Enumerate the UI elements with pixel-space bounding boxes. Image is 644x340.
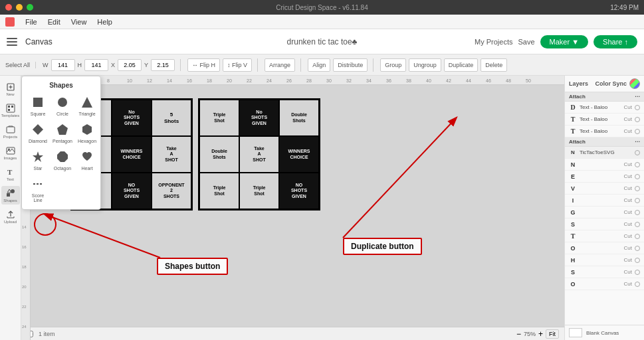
save-button[interactable]: Save (518, 38, 534, 46)
sidebar-item-shapes[interactable]: Shapes (1, 186, 20, 205)
projects-label: Projects (3, 135, 18, 139)
zoom-in-button[interactable]: + (538, 329, 543, 339)
shape-diamond[interactable]: Diamond (27, 120, 49, 145)
maximize-button[interactable] (27, 4, 33, 11)
layer-text-t1[interactable]: T Text - Baloo Cut (565, 114, 644, 126)
share-button[interactable]: Share ↑ (593, 35, 637, 48)
my-projects-button[interactable]: My Projects (475, 38, 512, 46)
canvas-content[interactable]: 3Shots NoSHOTSGIVEN 5Shots TakeASHOT WIN… (31, 85, 564, 327)
flip-v-button[interactable]: ↕ Flip V (223, 58, 252, 72)
shape-pentagon[interactable]: Pentagon (51, 120, 74, 145)
minimize-button[interactable] (16, 4, 23, 11)
zoom-controls: − 75% + Fit (516, 329, 559, 339)
layer-o-action: Cut (624, 245, 632, 251)
attach-label-1: Attach (569, 94, 586, 100)
sidebar-item-upload[interactable]: Upload (1, 207, 20, 226)
fit-canvas-button[interactable]: Fit (546, 329, 559, 339)
layer-s2-dot (635, 270, 640, 275)
menu-edit[interactable]: Edit (48, 18, 60, 26)
layer-g-icon: G (569, 209, 577, 216)
window-title: Cricut Design Space - v6.11.84 (276, 4, 368, 11)
layer-text-t2[interactable]: T Text - Baloo Cut (565, 126, 644, 137)
svg-rect-3 (7, 104, 15, 112)
layer-v-icon: V (569, 185, 577, 193)
shape-circle[interactable]: Circle (51, 93, 74, 118)
rcell-2-0: TripleShot (199, 173, 239, 209)
svg-marker-21 (57, 151, 68, 162)
shape-hexagon[interactable]: Hexagon (76, 120, 98, 145)
shape-square[interactable]: Square (27, 93, 49, 118)
height-input[interactable] (84, 59, 108, 71)
project-title[interactable]: drunken tic tac toe♣ (287, 37, 358, 46)
layer-s[interactable]: S Cut (565, 218, 644, 230)
svg-text:12: 12 (147, 78, 152, 83)
svg-text:T: T (7, 168, 13, 176)
make-button[interactable]: Maker ▼ (540, 35, 589, 48)
menu-help[interactable]: Help (97, 18, 112, 26)
layer-i[interactable]: I Cut (565, 195, 644, 207)
layer-t3-action: Cut (624, 233, 632, 239)
distribute-button[interactable]: Distribute (333, 58, 368, 72)
y-input[interactable] (151, 59, 175, 71)
upload-label: Upload (4, 220, 17, 224)
duplicate-button-annotation: Duplicate button (343, 238, 422, 255)
layer-o[interactable]: O Cut (565, 242, 644, 254)
color-sync-button[interactable] (629, 78, 640, 89)
x-input[interactable] (118, 59, 142, 71)
layer-i-action: Cut (624, 197, 632, 203)
layer-g[interactable]: G Cut (565, 207, 644, 218)
layer-h-action: Cut (624, 257, 632, 263)
layer-e[interactable]: E Cut (565, 171, 644, 183)
zoom-out-button[interactable]: − (516, 329, 521, 339)
svg-text:44: 44 (466, 78, 471, 83)
rcell-0-2: DoubleShots (279, 100, 319, 136)
shape-score-line[interactable]: Score Line (27, 175, 49, 204)
canvas-area[interactable]: 0 2 4 6 8 10 12 14 16 18 20 22 24 26 28 … (21, 76, 564, 340)
layer-h-icon: H (569, 256, 577, 264)
svg-rect-5 (11, 106, 13, 108)
shape-triangle[interactable]: Triangle (76, 93, 98, 118)
svg-rect-7 (7, 127, 15, 133)
menu-view[interactable]: View (71, 18, 87, 26)
duplicate-button[interactable]: Duplicate (444, 58, 479, 72)
sidebar-item-new[interactable]: New (1, 80, 20, 98)
arrange-button[interactable]: Arrange (265, 58, 295, 72)
menu-toggle-button[interactable] (7, 38, 17, 46)
select-all-button[interactable]: Select All (5, 62, 30, 68)
layer-t3[interactable]: T Cut (565, 230, 644, 242)
shape-octagon[interactable]: Octagon (51, 147, 74, 172)
star-label: Star (34, 166, 43, 171)
sidebar-item-projects[interactable]: Projects (1, 122, 20, 141)
layer-d-dot (635, 105, 640, 110)
close-button[interactable] (5, 4, 12, 11)
ungroup-button[interactable]: Ungroup (409, 58, 441, 72)
attach-toggle-2[interactable]: ⋯ (635, 139, 640, 145)
shape-heart[interactable]: Heart (76, 147, 98, 172)
align-button[interactable]: Align (308, 58, 330, 72)
sidebar-item-templates[interactable]: Templates (1, 101, 20, 120)
layer-v[interactable]: V Cut (565, 183, 644, 195)
sidebar-item-images[interactable]: Images (1, 143, 20, 162)
layer-s-action: Cut (624, 221, 632, 227)
width-input[interactable] (51, 59, 75, 71)
layer-o2[interactable]: O Cut (565, 278, 644, 290)
svg-text:22: 22 (247, 78, 252, 83)
svg-text:8: 8 (107, 78, 110, 83)
shape-star[interactable]: Star (27, 147, 49, 172)
layer-n[interactable]: N Cut (565, 159, 644, 171)
rcell-2-1: TripleShot (239, 173, 279, 209)
layer-s2[interactable]: S Cut (565, 266, 644, 278)
group-button[interactable]: Group (380, 58, 406, 72)
layer-h[interactable]: H Cut (565, 254, 644, 266)
flip-h-button[interactable]: ↔ Flip H (187, 58, 220, 72)
sidebar-item-text[interactable]: T Text (1, 165, 20, 183)
layer-svg[interactable]: N TicTacToeSVG (565, 147, 644, 159)
svg-text:34: 34 (366, 78, 372, 83)
layer-text-d[interactable]: D Text - Baloo Cut (565, 102, 644, 114)
svg-text:42: 42 (446, 78, 451, 83)
delete-button[interactable]: Delete (481, 58, 507, 72)
menu-file[interactable]: File (25, 18, 37, 26)
attach-toggle-1[interactable]: ⋯ (635, 94, 640, 100)
shapes-icon (6, 189, 15, 198)
right-panel: Layers Color Sync Attach ⋯ D Text - Balo… (564, 76, 644, 340)
